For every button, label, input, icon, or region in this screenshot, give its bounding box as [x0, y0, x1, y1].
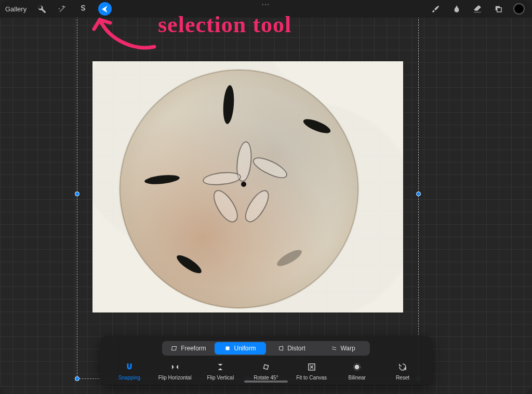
reset-icon: [397, 362, 408, 372]
rotate-icon: [261, 362, 271, 372]
svg-point-4: [355, 365, 360, 370]
fit-icon: [307, 362, 317, 372]
resize-handle-left[interactable]: [75, 192, 79, 196]
reset-button[interactable]: Reset: [382, 362, 423, 381]
mode-uniform[interactable]: Uniform: [215, 342, 266, 355]
bilinear-button[interactable]: Bilinear: [337, 362, 377, 381]
snapping-label: Snapping: [118, 375, 140, 381]
gallery-button[interactable]: Gallery: [5, 5, 26, 13]
layers-icon[interactable]: [493, 3, 504, 15]
mode-distort[interactable]: Distort: [266, 342, 317, 355]
mode-distort-label: Distort: [287, 345, 305, 352]
flip-horizontal-label: Flip Horizontal: [158, 375, 192, 381]
svg-rect-0: [171, 347, 176, 350]
reset-label: Reset: [396, 375, 409, 381]
flip-vertical-icon: [215, 362, 225, 372]
svg-rect-1: [226, 347, 230, 350]
mode-warp[interactable]: Warp: [317, 342, 369, 355]
flip-horizontal-icon: [170, 362, 180, 372]
drag-indicator-icon: •••: [262, 2, 270, 7]
snapping-button[interactable]: Snapping: [109, 362, 150, 381]
transform-arrow-icon[interactable]: [98, 2, 112, 16]
top-toolbar: ••• Gallery: [0, 0, 532, 18]
rotate-45-label: Rotate 45°: [254, 375, 278, 381]
mode-warp-label: Warp: [340, 345, 355, 352]
mode-freeform[interactable]: Freeform: [163, 342, 215, 355]
mode-uniform-label: Uniform: [234, 345, 256, 352]
rotate-45-button[interactable]: Rotate 45°: [246, 362, 286, 381]
brush-icon[interactable]: [430, 3, 442, 15]
home-indicator: [244, 381, 288, 383]
svg-rect-2: [263, 364, 268, 369]
fit-to-canvas-label: Fit to Canvas: [296, 375, 327, 381]
artwork-layer[interactable]: [92, 61, 403, 313]
interpolation-icon: [352, 362, 362, 372]
resize-handle-bottom-left[interactable]: [75, 376, 79, 381]
wrench-icon[interactable]: [36, 3, 47, 15]
bilinear-label: Bilinear: [349, 375, 366, 381]
app-window: ••• Gallery: [0, 0, 532, 394]
resize-handle-right[interactable]: [416, 192, 421, 196]
magic-wand-icon[interactable]: [57, 3, 68, 15]
flip-vertical-button[interactable]: Flip Vertical: [200, 362, 241, 381]
selection-s-icon[interactable]: [77, 3, 89, 15]
transform-actions-row: Snapping Flip Horizontal Flip Vertical R…: [105, 362, 427, 381]
smudge-icon[interactable]: [451, 3, 462, 15]
flip-vertical-label: Flip Vertical: [207, 375, 234, 381]
mode-freeform-label: Freeform: [181, 345, 206, 352]
transform-toolbar: Freeform Uniform Distort Warp Snapping: [100, 336, 432, 385]
sand-dollar-painting: [119, 70, 358, 308]
flip-horizontal-button[interactable]: Flip Horizontal: [155, 362, 195, 381]
fit-to-canvas-button[interactable]: Fit to Canvas: [291, 362, 332, 381]
transform-mode-segmented: Freeform Uniform Distort Warp: [162, 341, 370, 356]
magnet-icon: [124, 362, 135, 372]
color-swatch[interactable]: [513, 3, 525, 15]
eraser-icon[interactable]: [472, 3, 483, 15]
